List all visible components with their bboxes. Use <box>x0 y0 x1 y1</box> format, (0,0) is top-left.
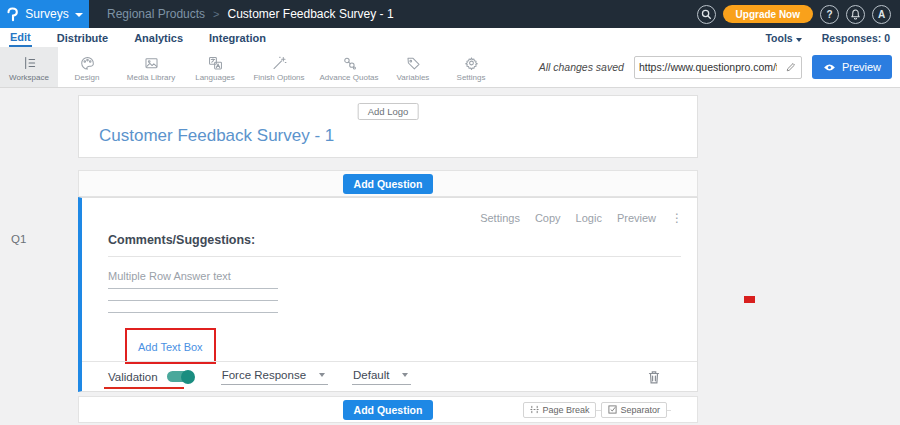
toolbar-item-languages[interactable]: Languages <box>186 47 244 87</box>
tab-distribute[interactable]: Distribute <box>56 30 109 46</box>
answer-row-line[interactable] <box>108 288 278 289</box>
page-break-icon <box>530 405 539 414</box>
force-response-label: Force Response <box>222 369 306 381</box>
preview-label: Preview <box>842 61 881 73</box>
add-question-button[interactable]: Add Question <box>343 174 434 194</box>
separator-button[interactable]: Separator <box>601 402 667 418</box>
add-text-box-highlight: Add Text Box <box>125 328 216 364</box>
toolbar-item-label: Settings <box>457 73 486 82</box>
toolbar-item-label: Design <box>75 73 100 82</box>
question-card: Settings Copy Logic Preview ⋮ Comments/S… <box>78 197 698 392</box>
media-library-icon <box>143 55 160 71</box>
breadcrumb: Regional Products > Customer Feedback Su… <box>107 7 394 21</box>
upgrade-now-button[interactable]: Upgrade Now <box>723 5 813 23</box>
answer-row-line[interactable] <box>108 312 278 313</box>
survey-title[interactable]: Customer Feedback Survey - 1 <box>99 126 334 146</box>
topbar-actions: Upgrade Now ? A <box>697 5 900 24</box>
answer-placeholder[interactable]: Multiple Row Answer text <box>108 270 231 282</box>
preview-button[interactable]: Preview <box>812 55 892 79</box>
save-status: All changes saved <box>539 61 624 73</box>
question-copy-button[interactable]: Copy <box>535 212 561 224</box>
toolbar-item-label: Languages <box>195 73 235 82</box>
validation-red-underline-annotation <box>104 387 184 390</box>
question-number-label: Q1 <box>11 233 26 245</box>
trash-icon <box>648 370 660 384</box>
languages-icon <box>207 55 224 71</box>
toolbar-item-label: Variables <box>397 73 430 82</box>
toolbar-item-media-library[interactable]: Media Library <box>116 47 186 87</box>
page-controls: Page Break Separator <box>523 402 667 418</box>
toolbar-item-label: Media Library <box>127 73 175 82</box>
toolbar-item-label: Workspace <box>9 73 49 82</box>
question-text[interactable]: Comments/Suggestions: <box>108 233 255 247</box>
product-name: Surveys <box>25 7 68 21</box>
toolbar-item-finish-options[interactable]: Finish Options <box>244 47 314 87</box>
validation-label: Validation <box>108 371 158 383</box>
survey-header-card: Add Logo Customer Feedback Survey - 1 <box>78 95 698 158</box>
add-question-strip-bottom: Add Question Page Break Separator <box>78 396 698 423</box>
toolbar-item-design[interactable]: Design <box>58 47 116 87</box>
questionpro-logo-icon <box>6 7 19 22</box>
search-icon <box>701 9 712 20</box>
delete-question-button[interactable] <box>648 370 660 384</box>
add-question-button[interactable]: Add Question <box>343 400 434 420</box>
more-options-icon[interactable]: ⋮ <box>671 211 683 225</box>
toolbar-item-advance-quotas[interactable]: Advance Quotas <box>314 47 384 87</box>
bell-icon <box>850 9 861 20</box>
account-avatar[interactable]: A <box>872 5 891 24</box>
design-palette-icon <box>79 55 96 71</box>
editor-toolbar: Workspace Design Media Library Languages… <box>0 47 900 88</box>
top-bar: Surveys Regional Products > Customer Fee… <box>0 0 900 28</box>
chevron-down-icon <box>402 373 408 377</box>
advance-quotas-icon <box>341 55 358 71</box>
default-label: Default <box>353 369 389 381</box>
validation-toggle[interactable] <box>167 371 194 382</box>
help-button[interactable]: ? <box>820 5 839 24</box>
finish-options-wand-icon <box>271 55 288 71</box>
toolbar-item-variables[interactable]: Variables <box>384 47 442 87</box>
avatar-letter: A <box>878 9 885 20</box>
pencil-icon <box>786 62 796 72</box>
nav-right: Tools Responses: 0 <box>765 32 900 44</box>
default-dropdown[interactable]: Default <box>352 369 411 385</box>
edit-url-button[interactable] <box>781 62 801 72</box>
tab-edit[interactable]: Edit <box>9 29 32 47</box>
question-logic-button[interactable]: Logic <box>576 212 602 224</box>
workspace-icon <box>21 55 38 71</box>
toolbar-item-settings[interactable]: Settings <box>442 47 500 87</box>
section-nav: Edit Distribute Analytics Integration To… <box>0 28 900 47</box>
page-break-label: Page Break <box>542 405 589 415</box>
tools-menu[interactable]: Tools <box>765 32 801 44</box>
notifications-button[interactable] <box>846 5 865 24</box>
breadcrumb-current: Customer Feedback Survey - 1 <box>228 7 394 21</box>
toolbar-item-workspace[interactable]: Workspace <box>0 47 58 87</box>
eye-icon <box>823 63 836 72</box>
survey-url-field <box>634 56 802 79</box>
chevron-down-icon <box>75 13 83 17</box>
product-switcher[interactable]: Surveys <box>0 0 89 28</box>
page-break-button[interactable]: Page Break <box>523 402 596 418</box>
force-response-dropdown[interactable]: Force Response <box>221 369 328 385</box>
chevron-down-icon <box>319 373 325 377</box>
survey-url-input[interactable] <box>635 61 781 73</box>
question-divider <box>108 256 681 257</box>
answer-row-line[interactable] <box>108 300 278 301</box>
tab-analytics[interactable]: Analytics <box>133 30 184 46</box>
tab-integration[interactable]: Integration <box>208 30 267 46</box>
question-footer: Validation Force Response Default <box>82 361 697 391</box>
question-preview-button[interactable]: Preview <box>617 212 656 224</box>
question-controls: Settings Copy Logic Preview ⋮ <box>480 211 683 225</box>
toggle-knob <box>181 370 195 384</box>
toolbar-right: All changes saved Preview <box>539 47 900 87</box>
add-logo-button[interactable]: Add Logo <box>358 103 419 120</box>
add-text-box-link[interactable]: Add Text Box <box>138 341 203 353</box>
breadcrumb-parent[interactable]: Regional Products <box>107 7 205 21</box>
settings-gear-icon <box>463 55 480 71</box>
variables-tag-icon <box>405 55 422 71</box>
responses-count[interactable]: Responses: 0 <box>822 32 890 44</box>
red-dash-annotation <box>744 296 755 303</box>
question-settings-button[interactable]: Settings <box>480 212 520 224</box>
search-button[interactable] <box>697 5 716 24</box>
chevron-down-icon <box>796 38 802 42</box>
add-question-strip-top: Add Question <box>78 170 698 197</box>
